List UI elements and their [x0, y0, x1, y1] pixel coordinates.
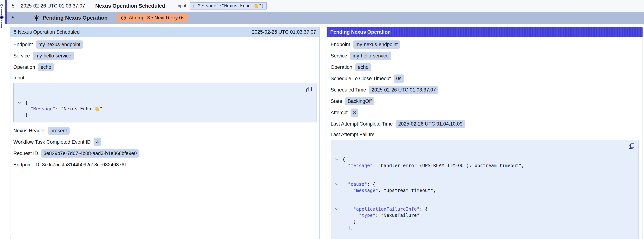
- field-value: 4: [94, 138, 102, 146]
- field-value: 3: [350, 108, 358, 117]
- pending-operation-panel: Pending Nexus Operation Endpoint my-nexu…: [326, 27, 643, 239]
- field-label: Schedule To Close Timeout: [330, 76, 391, 82]
- event-input-label: Input: [176, 3, 186, 8]
- event-detail-header-timestamp: 2025-02-26 UTC 01:03:37.07: [252, 29, 316, 35]
- event-detail-header-title: 5 Nexus Operation Scheduled: [14, 29, 80, 35]
- json-line: "message": "handler error (UPSTREAM_TIME…: [342, 162, 626, 169]
- field-endpoint: Endpoint my-nexus-endpoint: [13, 40, 316, 49]
- field-request-id: Request ID 3e829b7e-7d67-4b08-aad3-b1e86…: [13, 149, 316, 158]
- field-service: Service my-hello-service: [330, 52, 639, 60]
- field-value: 2025-02-26 UTC 01:04:10.09: [396, 120, 465, 128]
- field-label: Scheduled Time: [330, 87, 366, 93]
- field-value: echo: [355, 63, 371, 71]
- event-id-link[interactable]: 5: [12, 3, 14, 9]
- field-value: 0s: [394, 74, 404, 83]
- field-value: BackingOff: [345, 97, 374, 106]
- field-label: Nexus Header: [13, 128, 45, 134]
- pending-operation-title: Pending Nexus Operation: [43, 15, 108, 21]
- pending-asterisk-icon: [34, 15, 39, 21]
- event-timestamp: 2025-02-26 UTC 01:03:37.07: [21, 3, 85, 9]
- json-line: "type": "NexusFailure": [342, 212, 626, 218]
- copy-icon[interactable]: [306, 86, 313, 93]
- timeline-node-icon: [0, 4, 3, 6]
- field-value: my-nexus-endpoint: [353, 40, 400, 49]
- field-label: Service: [330, 53, 347, 59]
- collapse-chevron-icon[interactable]: [335, 195, 339, 199]
- json-line: {: [25, 87, 303, 106]
- field-service: Service my-hello-service: [13, 52, 316, 60]
- collapse-chevron-icon[interactable]: [335, 232, 339, 236]
- field-value: my-nexus-endpoint: [36, 40, 83, 49]
- field-operation: Operation echo: [330, 63, 639, 71]
- retry-icon: [121, 15, 126, 21]
- field-label: Operation: [13, 64, 35, 70]
- field-value: echo: [38, 63, 54, 71]
- input-json-viewer: { "Message": "Nexus Echo 👋"}: [13, 83, 316, 122]
- field-last-attempt-complete-time: Last Attempt Complete Time 2025-02-26 UT…: [330, 120, 639, 128]
- json-code: { "Message": "Nexus Echo 👋"}: [25, 87, 303, 118]
- field-workflow-task-completed-event-id: Workflow Task Completed Event ID 4: [13, 138, 316, 146]
- json-line: "applicationFailureInfo": {: [342, 194, 626, 212]
- field-label: State: [330, 98, 342, 104]
- field-value: 3e829b7e-7d67-4b08-aad3-b1e868bfe9e0: [41, 149, 139, 158]
- json-line: "Message": "Nexus Echo 👋": [25, 106, 303, 112]
- field-value: my-hello-service: [350, 52, 391, 60]
- pending-event-id-link[interactable]: 5: [12, 15, 14, 21]
- copy-icon[interactable]: [628, 142, 636, 150]
- json-line: }: [342, 218, 626, 225]
- field-endpoint-id: Endpoint ID 3c0c75ccfa8144b092c13ce63246…: [13, 160, 316, 169]
- collapse-chevron-icon[interactable]: [335, 170, 339, 174]
- json-line: {: [342, 144, 626, 162]
- collapse-chevron-icon[interactable]: [335, 145, 339, 149]
- field-endpoint-id-link[interactable]: 3c0c75ccfa8144b092c13ce632463761: [42, 162, 127, 168]
- field-nexus-header: Nexus Header present: [13, 126, 316, 135]
- event-detail-content: Endpoint my-nexus-endpoint Service my-he…: [10, 37, 320, 176]
- field-label: Last Attempt Complete Time: [330, 121, 393, 127]
- field-operation: Operation echo: [13, 63, 316, 71]
- json-line: }: [25, 112, 303, 118]
- field-value: my-hello-service: [33, 52, 74, 60]
- retry-status-badge: Attempt 3 • Next Retry 0s: [117, 14, 188, 22]
- event-detail-header: 5 Nexus Operation Scheduled 2025-02-26 U…: [10, 27, 320, 37]
- field-label: Endpoint: [13, 42, 33, 48]
- field-label: Operation: [330, 64, 352, 70]
- event-title: Nexus Operation Scheduled: [95, 3, 165, 9]
- field-endpoint: Endpoint my-nexus-endpoint: [330, 40, 639, 49]
- pending-operation-header: Pending Nexus Operation: [327, 27, 642, 37]
- json-line: "cause": {: [342, 169, 626, 188]
- retry-badge-text: Attempt 3 • Next Retry 0s: [129, 15, 184, 21]
- failure-json-viewer: { "message": "handler error (UPSTREAM_TI…: [330, 140, 639, 239]
- last-attempt-failure-label: Last Attempt Failure: [330, 132, 639, 138]
- timeline-node-current-icon: [0, 16, 3, 19]
- field-label: Attempt: [330, 110, 348, 116]
- field-value: 2025-02-26 UTC 01:03:37.07: [369, 86, 438, 94]
- pending-operation-header-title: Pending Nexus Operation: [330, 29, 391, 35]
- field-label: Workflow Task Completed Event ID: [13, 139, 90, 145]
- json-line: "nexusHandlerFailureInfo": {: [342, 231, 626, 239]
- pending-operation-content: Endpoint my-nexus-endpoint Service my-he…: [327, 37, 642, 239]
- field-attempt: Attempt 3: [330, 108, 639, 117]
- collapse-chevron-icon[interactable]: [18, 88, 22, 92]
- json-code: { "message": "handler error (UPSTREAM_TI…: [342, 144, 626, 239]
- event-input-preview-chip: {"Message":"Nexus Echo 👋"}: [190, 2, 266, 10]
- json-line: },: [342, 225, 626, 231]
- field-scheduled-time: Scheduled Time 2025-02-26 UTC 01:03:37.0…: [330, 86, 639, 94]
- field-label: Endpoint ID: [13, 162, 39, 168]
- field-label: Endpoint: [330, 42, 350, 48]
- field-value: present: [48, 127, 70, 135]
- field-label: Request ID: [13, 150, 38, 156]
- pending-operation-row[interactable]: 5 Pending Nexus Operation Attempt 3 • Ne…: [7, 12, 644, 24]
- event-summary-row[interactable]: 5 2025-02-26 UTC 01:03:37.07 Nexus Opera…: [7, 0, 644, 12]
- event-detail-panel: 5 Nexus Operation Scheduled 2025-02-26 U…: [10, 27, 320, 239]
- json-line: "message": "upstream timeout",: [342, 188, 626, 194]
- field-label: Service: [13, 53, 30, 59]
- input-section-label: Input: [13, 75, 316, 81]
- selected-event-bar: [5, 0, 7, 24]
- field-state: State BackingOff: [330, 97, 639, 106]
- field-schedule-to-close-timeout: Schedule To Close Timeout 0s: [330, 74, 639, 83]
